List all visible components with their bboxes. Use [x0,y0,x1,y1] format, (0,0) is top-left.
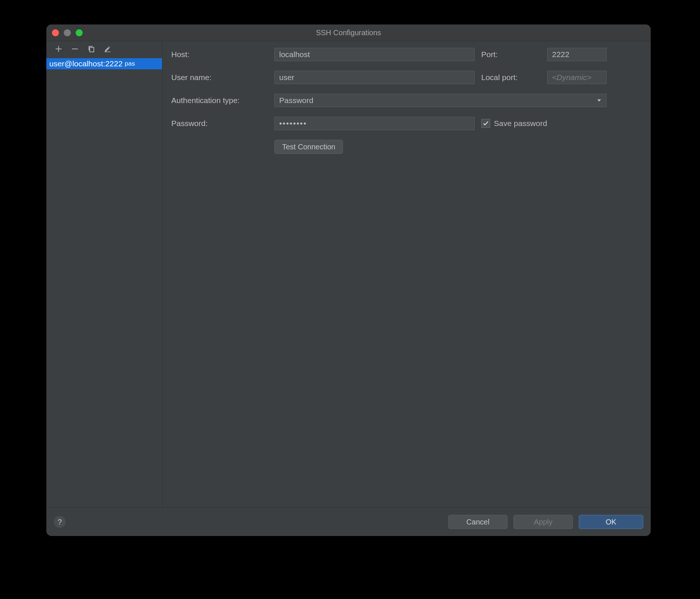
dialog-footer: ? Cancel Apply OK [46,507,651,536]
auth-type-value: Password [279,96,313,105]
save-password-checkbox[interactable]: Save password [481,119,607,128]
auth-type-label: Authentication type: [171,96,268,105]
configurations-list: user@localhost:2222 pas [46,58,162,507]
help-button[interactable]: ? [54,516,66,528]
username-input[interactable] [274,71,475,84]
plus-icon [55,45,62,54]
apply-button[interactable]: Apply [514,515,573,529]
ssh-configurations-dialog: SSH Configurations [46,24,651,536]
dialog-body: user@localhost:2222 pas Host: Port: User… [46,41,651,507]
minus-icon [72,45,78,54]
username-label: User name: [171,73,268,82]
auth-type-select[interactable]: Password [274,94,607,107]
local-port-input[interactable] [547,71,607,84]
configuration-form: Host: Port: User name: Local port: Authe… [162,41,651,507]
checkbox-box [481,119,490,128]
dialog-title: SSH Configurations [46,29,651,37]
configuration-item-label: user@localhost:2222 [49,59,123,68]
question-icon: ? [57,518,62,526]
sidebar-toolbar [46,41,162,58]
svg-rect-0 [90,47,94,52]
window-close-button[interactable] [52,29,59,36]
configuration-list-item[interactable]: user@localhost:2222 pas [46,58,162,69]
copy-icon [88,45,95,54]
save-password-label: Save password [494,119,547,128]
local-port-label: Local port: [481,73,541,82]
pencil-icon [104,45,111,54]
chevron-down-icon [597,96,602,105]
password-input[interactable] [274,117,475,130]
configurations-sidebar: user@localhost:2222 pas [46,41,162,507]
test-connection-button[interactable]: Test Connection [274,140,343,154]
password-label: Password: [171,119,268,128]
cancel-button[interactable]: Cancel [448,515,508,529]
port-input[interactable] [547,48,607,61]
configuration-item-suffix: pas [125,60,135,67]
window-zoom-button[interactable] [76,29,83,36]
copy-configuration-button[interactable] [86,45,96,54]
edit-configuration-button[interactable] [103,45,112,54]
remove-configuration-button[interactable] [70,45,80,54]
ok-button[interactable]: OK [579,515,643,529]
host-input[interactable] [274,48,475,61]
traffic-lights [52,29,83,36]
host-label: Host: [171,50,268,59]
add-configuration-button[interactable] [54,45,63,54]
titlebar: SSH Configurations [46,24,651,41]
window-minimize-button[interactable] [64,29,71,36]
port-label: Port: [481,50,541,59]
